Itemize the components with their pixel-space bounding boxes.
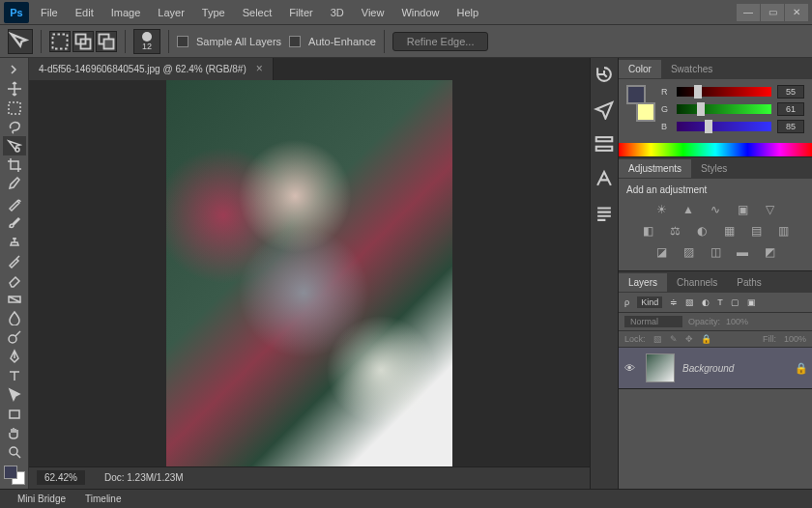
tab-channels[interactable]: Channels [667,273,727,292]
selection-add-icon[interactable] [72,31,94,52]
lock-position-icon[interactable]: ✥ [685,334,693,344]
filter-shape-icon[interactable]: ▢ [731,297,740,307]
blue-slider[interactable] [677,122,771,131]
black-white-icon[interactable]: ◐ [693,222,710,240]
brightness-contrast-icon[interactable]: ☀ [652,201,670,218]
curves-icon[interactable]: ∿ [707,201,724,218]
layer-filter-select[interactable]: Kind [637,296,662,308]
blue-value[interactable]: 85 [777,120,804,133]
menu-filter[interactable]: Filter [281,3,320,22]
gradient-map-icon[interactable]: ▬ [734,243,751,261]
tab-mini-bridge[interactable]: Mini Bridge [8,492,75,506]
menu-select[interactable]: Select [235,3,280,22]
color-lookup-icon[interactable]: ▥ [774,222,792,240]
tab-paths[interactable]: Paths [727,273,771,292]
invert-icon[interactable]: ◪ [652,243,670,261]
quick-selection-tool[interactable] [3,136,26,155]
filter-type-icon[interactable]: T [717,297,723,307]
document-tab[interactable]: 4-d5f56-1469606840545.jpg @ 62.4% (RGB/8… [29,58,274,80]
eraser-tool[interactable] [3,270,26,290]
type-tool[interactable] [3,366,26,385]
tab-layers[interactable]: Layers [619,273,667,292]
brush-tool[interactable] [3,213,26,233]
brush-size-picker[interactable]: 12 [133,29,160,54]
lock-transparency-icon[interactable]: ▧ [653,334,662,344]
foreground-background-colors[interactable] [4,466,25,485]
menu-edit[interactable]: Edit [68,3,102,22]
filter-smart-icon[interactable]: ▣ [747,297,756,307]
properties-panel-icon[interactable] [594,133,615,155]
dodge-tool[interactable] [3,327,26,347]
levels-icon[interactable]: ▲ [680,201,697,218]
clone-stamp-tool[interactable] [3,232,26,251]
filter-adjustment-icon[interactable]: ◐ [702,297,710,307]
window-minimize-button[interactable]: — [737,4,760,21]
character-panel-icon[interactable] [594,168,615,189]
tab-timeline[interactable]: Timeline [75,492,130,506]
eyedropper-tool[interactable] [3,175,26,194]
gradient-tool[interactable] [3,290,26,309]
chevron-right-icon[interactable] [3,60,26,79]
sample-all-layers-checkbox[interactable] [177,36,188,47]
opacity-value[interactable]: 100% [726,317,748,326]
blur-tool[interactable] [3,309,26,328]
window-maximize-button[interactable]: ▭ [761,4,784,21]
rectangle-tool[interactable] [3,405,26,424]
filter-pixel-icon[interactable]: ▧ [685,297,694,307]
pen-tool[interactable] [3,347,26,366]
threshold-icon[interactable]: ◫ [707,243,724,261]
canvas-image[interactable] [166,80,452,466]
selection-new-icon[interactable] [49,31,71,52]
crop-tool[interactable] [3,155,26,175]
vibrance-icon[interactable]: ▽ [761,201,778,218]
color-spectrum[interactable] [619,143,812,156]
menu-file[interactable]: File [33,3,66,22]
menu-3d[interactable]: 3D [323,3,352,22]
green-value[interactable]: 61 [777,102,804,116]
auto-enhance-checkbox[interactable] [289,36,301,47]
history-brush-tool[interactable] [3,251,26,270]
layer-name[interactable]: Background [682,363,787,374]
channel-mixer-icon[interactable]: ▤ [747,222,765,240]
foreground-color-swatch[interactable] [4,466,17,479]
tab-adjustments[interactable]: Adjustments [619,159,691,178]
exposure-icon[interactable]: ▣ [734,201,751,218]
path-selection-tool[interactable] [3,385,26,405]
tab-styles[interactable]: Styles [691,159,737,178]
menu-image[interactable]: Image [103,3,149,22]
move-tool[interactable] [3,79,26,99]
color-swatches[interactable] [626,85,655,129]
history-panel-icon[interactable] [594,64,615,85]
hue-saturation-icon[interactable]: ◧ [639,222,656,240]
posterize-icon[interactable]: ▨ [680,243,697,261]
tab-swatches[interactable]: Swatches [661,60,722,78]
blend-mode-select[interactable]: Normal [624,316,682,327]
close-icon[interactable]: × [256,62,263,75]
refine-edge-button[interactable]: Refine Edge... [392,32,489,51]
fill-value[interactable]: 100% [784,334,806,344]
lock-all-icon[interactable]: 🔒 [701,334,711,344]
healing-brush-tool[interactable] [3,194,26,213]
marquee-tool[interactable] [3,99,26,118]
photo-filter-icon[interactable]: ▦ [720,222,738,240]
layer-item[interactable]: 👁 Background 🔒 [619,348,812,388]
canvas-viewport[interactable] [29,80,590,466]
menu-type[interactable]: Type [194,3,233,22]
green-slider[interactable] [677,104,771,114]
tool-preset-picker[interactable] [8,29,33,54]
hand-tool[interactable] [3,423,26,442]
window-close-button[interactable]: ✕ [785,4,808,21]
zoom-tool[interactable] [3,442,26,462]
layer-thumbnail[interactable] [646,353,675,382]
paragraph-panel-icon[interactable] [594,203,615,224]
layer-visibility-icon[interactable]: 👁 [624,362,638,374]
selective-color-icon[interactable]: ◩ [761,243,778,261]
zoom-level-field[interactable]: 62.42% [37,470,85,485]
lasso-tool[interactable] [3,117,26,136]
menu-layer[interactable]: Layer [150,3,192,22]
panel-foreground-color[interactable] [626,85,646,104]
tab-color[interactable]: Color [619,60,661,78]
red-value[interactable]: 55 [777,85,804,99]
lock-pixels-icon[interactable]: ✎ [670,334,678,344]
menu-window[interactable]: Window [393,3,447,22]
